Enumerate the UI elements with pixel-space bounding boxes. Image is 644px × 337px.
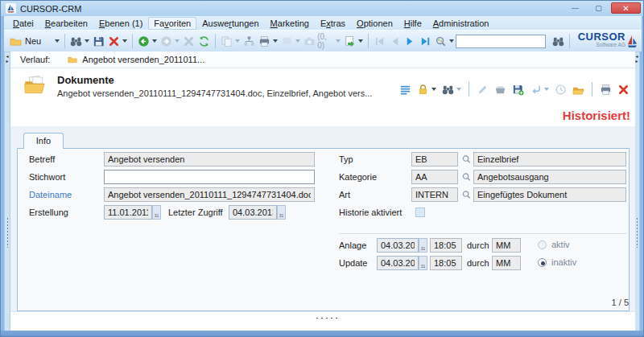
checkout-button[interactable] (493, 83, 507, 97)
search-button[interactable] (69, 34, 90, 49)
import-button[interactable] (343, 34, 364, 49)
next-record-button[interactable] (403, 34, 417, 49)
copy-dropdown-caret[interactable] (235, 39, 240, 43)
kategorie-text-field[interactable] (473, 170, 626, 184)
anlage-user-field[interactable] (492, 238, 521, 253)
edit-button[interactable] (476, 83, 489, 97)
anlage-calendar-button[interactable] (419, 238, 427, 253)
save-version-button[interactable] (511, 83, 525, 97)
art-lookup-icon[interactable] (461, 188, 472, 201)
previous-record-button[interactable] (388, 34, 402, 49)
open-document-button[interactable] (572, 83, 585, 97)
refresh-button[interactable] (197, 34, 211, 49)
menu-hilfe[interactable]: Hilfe (398, 17, 427, 30)
first-record-icon-disabled (374, 35, 386, 47)
letzter-zugriff-calendar-button[interactable] (277, 205, 286, 220)
back-button[interactable] (137, 34, 158, 49)
bottom-splitter-grip[interactable] (315, 317, 337, 319)
save-icon (93, 35, 105, 47)
forward-button[interactable] (159, 34, 180, 49)
search-input[interactable] (456, 35, 546, 48)
preview-dropdown-caret[interactable] (295, 39, 300, 43)
delete-dropdown-caret[interactable] (122, 39, 127, 43)
history-item[interactable]: Angebot versenden_2011011... (82, 55, 204, 64)
print-record-button[interactable] (599, 83, 613, 97)
first-record-button[interactable] (373, 34, 386, 49)
menu-datei[interactable]: Datei (7, 17, 39, 30)
anlage-date-field[interactable] (377, 238, 419, 253)
update-date-field[interactable] (377, 256, 419, 270)
menu-favoriten[interactable]: Favoriten (148, 17, 196, 30)
erstellung-calendar-button[interactable] (152, 205, 161, 220)
import-dropdown-caret[interactable] (358, 39, 363, 43)
record-search-dropdown-caret[interactable] (456, 88, 461, 91)
cancel-button[interactable] (182, 34, 196, 49)
dateiname-field[interactable] (104, 187, 315, 202)
menu-optionen[interactable]: Optionen (351, 17, 398, 30)
tab-info[interactable]: Info (23, 133, 64, 149)
snapshot-dropdown-caret[interactable] (336, 39, 341, 43)
lock-dropdown-caret[interactable] (431, 88, 436, 91)
inaktiv-radio[interactable] (538, 258, 547, 267)
update-calendar-button[interactable] (419, 256, 427, 270)
save-button[interactable] (92, 34, 105, 49)
kategorie-lookup-icon[interactable] (461, 171, 472, 183)
lock-button[interactable] (416, 83, 437, 97)
delete-button[interactable] (107, 34, 128, 49)
dateiname-link-label[interactable]: Dateiname (29, 187, 72, 202)
search-go-button[interactable] (551, 34, 565, 49)
update-time-field[interactable] (430, 256, 462, 270)
close-button[interactable]: ✕ (611, 2, 641, 14)
betreff-field[interactable] (104, 152, 315, 166)
workflow-button[interactable] (242, 34, 256, 49)
left-splitter[interactable]: ◂▸ (4, 51, 10, 331)
forward-dropdown-caret[interactable] (175, 39, 180, 43)
historie-checkbox[interactable] (415, 208, 425, 217)
left-splitter-arrows-icon[interactable]: ◂▸ (5, 54, 10, 64)
typ-lookup-icon[interactable] (461, 153, 472, 166)
app-window: CURSOR-CRM — ▢ ✕ Datei Bearbeiten Ebenen… (0, 0, 644, 337)
art-code-field[interactable] (411, 187, 458, 202)
record-search-button[interactable] (441, 83, 462, 97)
print-dropdown-caret[interactable] (273, 39, 278, 43)
search-dropdown-caret[interactable] (85, 39, 89, 43)
art-text-field[interactable] (473, 187, 626, 202)
minimize-button[interactable]: — (564, 2, 586, 14)
print-button[interactable] (258, 34, 279, 49)
menu-bearbeiten[interactable]: Bearbeiten (39, 17, 93, 30)
new-button[interactable]: Neu (9, 34, 60, 49)
update-user-field[interactable] (492, 256, 521, 270)
quick-search-button[interactable] (434, 34, 455, 49)
erstellung-date-field[interactable] (104, 205, 152, 220)
aktiv-radio[interactable] (538, 240, 547, 249)
kategorie-code-field[interactable] (411, 170, 458, 184)
new-dropdown-caret[interactable] (55, 39, 60, 43)
history-time-button[interactable] (554, 83, 568, 97)
send-button[interactable] (529, 83, 550, 97)
bottom-splitter[interactable] (10, 311, 635, 331)
back-dropdown-caret[interactable] (152, 39, 157, 43)
snapshot-button[interactable]: (0, 0) (303, 31, 341, 51)
preview-button[interactable] (280, 34, 301, 49)
left-splitter-grip[interactable] (6, 217, 9, 248)
menu-auswertungen[interactable]: Auswertungen (196, 17, 264, 30)
menu-marketing[interactable]: Marketing (265, 17, 315, 30)
copy-button[interactable] (220, 34, 241, 49)
anlage-time-field[interactable] (430, 238, 462, 253)
letzter-zugriff-date-field[interactable] (229, 205, 277, 220)
stichwort-field[interactable] (104, 170, 315, 184)
menu-ebenen[interactable]: Ebenen (1) (93, 17, 148, 30)
maximize-button[interactable]: ▢ (588, 2, 609, 14)
typ-code-field[interactable] (411, 152, 458, 166)
import-icon (344, 35, 356, 47)
send-dropdown-caret[interactable] (544, 88, 549, 91)
menu-extras[interactable]: Extras (315, 17, 351, 30)
sailboat-icon (627, 35, 638, 48)
menu-administration[interactable]: Administration (427, 17, 495, 30)
last-record-button[interactable] (419, 34, 432, 49)
quick-search-dropdown-caret[interactable] (449, 39, 454, 43)
close-record-button[interactable] (617, 83, 630, 97)
right-splitter-grip[interactable] (636, 217, 638, 248)
typ-text-field[interactable] (473, 152, 626, 166)
list-view-button[interactable] (398, 83, 412, 97)
